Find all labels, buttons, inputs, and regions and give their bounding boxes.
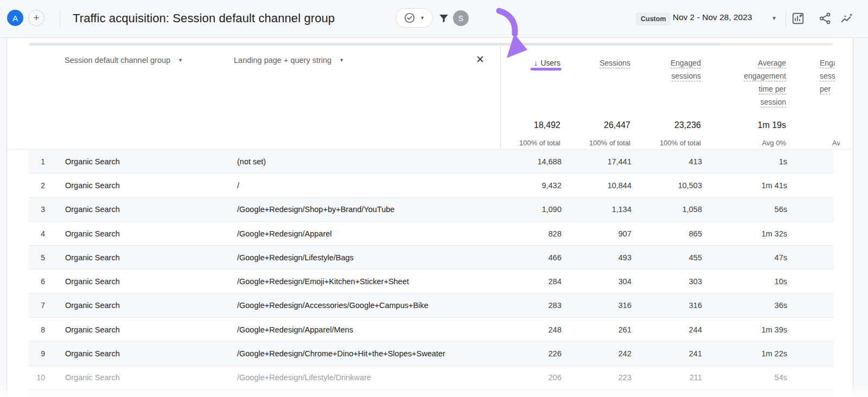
date-preset-badge: Custom xyxy=(636,12,671,25)
cell-sessions: 304 xyxy=(618,277,631,286)
cell-sessions: 17,441 xyxy=(608,157,631,166)
cell-engaged-sessions: 1,058 xyxy=(682,205,702,214)
cell-sessions: 261 xyxy=(618,325,631,334)
cell-sessions: 907 xyxy=(618,229,631,238)
cell-landing-page: /Google+Redesign/Emoji+Kitchen+Sticker+S… xyxy=(237,277,409,286)
cell-sessions: 1,134 xyxy=(612,205,631,214)
share-icon[interactable] xyxy=(818,11,832,28)
cell-engaged-sessions: 413 xyxy=(689,157,702,166)
cell-landing-page: /Google+Redesign/Lifestyle/Drinkware xyxy=(237,373,371,382)
cell-avg-engagement-time: 1s xyxy=(779,157,787,166)
cell-avg-engagement-time: 1m 22s xyxy=(761,349,787,358)
data-quality-pill[interactable]: ▼ xyxy=(395,8,433,28)
table-row[interactable]: 3 Organic Search /Google+Redesign/Shop+b… xyxy=(29,198,834,222)
totals-avg-engagement-time: 1m 19s Avg 0% xyxy=(758,119,786,147)
sampling-badge[interactable]: S xyxy=(453,10,469,26)
cell-engaged-sessions: 241 xyxy=(689,349,702,358)
partial-next-row xyxy=(29,390,834,397)
cell-channel-group: Organic Search xyxy=(65,373,120,382)
row-index: 10 xyxy=(29,373,45,382)
column-header-sessions[interactable]: Sessions xyxy=(599,56,630,69)
column-header-avg-engagement-time[interactable]: Average engagement time per session xyxy=(744,56,786,108)
row-index: 3 xyxy=(29,205,45,214)
cell-sessions: 223 xyxy=(618,373,631,382)
cell-users: 828 xyxy=(548,229,561,238)
table-row[interactable]: 10 Organic Search /Google+Redesign/Lifes… xyxy=(29,366,834,390)
check-circle-icon xyxy=(404,12,416,24)
cell-channel-group: Organic Search xyxy=(65,205,120,214)
cell-landing-page: /Google+Redesign/Lifestyle/Bags xyxy=(237,253,354,262)
totals-engaged-sessions: 23,236 100% of total xyxy=(660,119,701,147)
cell-avg-engagement-time: 47s xyxy=(775,253,787,262)
column-header-engaged-sessions-per-user[interactable]: Engaged sessions per xyxy=(820,56,835,95)
cell-landing-page: /Google+Redesign/Apparel/Mens xyxy=(237,325,353,334)
cell-users: 206 xyxy=(548,373,561,382)
cell-landing-page: / xyxy=(237,181,239,190)
close-icon[interactable]: ✕ xyxy=(476,54,484,65)
row-index: 1 xyxy=(29,157,45,166)
table-row[interactable]: 6 Organic Search /Google+Redesign/Emoji+… xyxy=(29,270,834,293)
table-row[interactable]: 5 Organic Search /Google+Redesign/Lifest… xyxy=(29,246,834,270)
cell-avg-engagement-time: 1m 39s xyxy=(761,325,787,334)
totals-clipped: Avg 0% xyxy=(832,139,840,147)
cell-landing-page: /Google+Redesign/Chrome+Dino+Hit+the+Slo… xyxy=(237,349,445,358)
cell-channel-group: Organic Search xyxy=(65,181,120,190)
table-row[interactable]: 7 Organic Search /Google+Redesign/Access… xyxy=(29,294,834,318)
table-row[interactable]: 4 Organic Search /Google+Redesign/Appare… xyxy=(29,222,834,246)
cell-channel-group: Organic Search xyxy=(65,253,120,262)
row-index: 2 xyxy=(29,181,45,190)
divider xyxy=(60,10,60,27)
row-index: 8 xyxy=(29,325,45,334)
cell-channel-group: Organic Search xyxy=(65,277,120,286)
cell-users: 283 xyxy=(548,301,561,310)
chevron-down-icon[interactable]: ▼ xyxy=(178,57,183,63)
account-avatar[interactable]: A xyxy=(7,10,23,26)
row-index: 5 xyxy=(29,253,45,262)
cell-engaged-sessions: 211 xyxy=(690,373,702,382)
column-header-engaged-sessions[interactable]: Engaged sessions xyxy=(671,56,701,82)
cell-engaged-sessions: 865 xyxy=(689,229,702,238)
cell-engaged-sessions: 244 xyxy=(689,325,702,334)
table-rows: 1 Organic Search (not set) 14,688 17,441… xyxy=(7,149,853,397)
cell-engaged-sessions: 455 xyxy=(689,253,702,262)
cell-landing-page: (not set) xyxy=(237,157,266,166)
cell-avg-engagement-time: 1m 32s xyxy=(761,229,787,238)
table-row[interactable]: 9 Organic Search /Google+Redesign/Chrome… xyxy=(29,342,834,366)
cell-users: 14,688 xyxy=(538,157,561,166)
row-index: 6 xyxy=(29,277,45,286)
cell-channel-group: Organic Search xyxy=(65,229,120,238)
table-row[interactable]: 2 Organic Search / 9,432 10,844 10,503 1… xyxy=(29,174,834,197)
cell-users: 284 xyxy=(548,277,561,286)
cell-landing-page: /Google+Redesign/Shop+by+Brand/YouTube xyxy=(237,205,394,214)
cell-landing-page: /Google+Redesign/Apparel xyxy=(237,229,332,238)
cell-avg-engagement-time: 54s xyxy=(775,373,787,382)
dimension-header-landing-page[interactable]: Landing page + query string ▼ xyxy=(234,56,344,65)
chevron-down-icon[interactable]: ▼ xyxy=(339,57,344,63)
cell-avg-engagement-time: 36s xyxy=(775,301,787,310)
row-index: 7 xyxy=(29,301,45,310)
date-range-selector[interactable]: Nov 2 - Nov 28, 2023 xyxy=(673,12,752,22)
cell-engaged-sessions: 316 xyxy=(689,301,702,310)
horizontal-scrollbar-thumb[interactable] xyxy=(29,43,720,46)
users-highlight-underline xyxy=(531,68,561,71)
customize-report-icon[interactable] xyxy=(791,11,805,28)
dimension-header-channel-group[interactable]: Session default channel group ▼ xyxy=(65,56,183,65)
cell-avg-engagement-time: 56s xyxy=(775,205,787,214)
horizontal-scrollbar[interactable] xyxy=(29,43,833,46)
table-row[interactable]: 8 Organic Search /Google+Redesign/Appare… xyxy=(29,318,834,342)
table-row[interactable]: 1 Organic Search (not set) 14,688 17,441… xyxy=(29,150,834,174)
totals-sessions: 26,447 100% of total xyxy=(589,119,630,147)
chevron-down-icon[interactable]: ▼ xyxy=(771,15,777,21)
cell-channel-group: Organic Search xyxy=(65,157,120,166)
cell-engaged-sessions: 303 xyxy=(689,277,702,286)
filter-icon[interactable] xyxy=(437,12,450,27)
report-table-card: Session default channel group ▼ Landing … xyxy=(7,38,853,397)
cell-avg-engagement-time: 1m 41s xyxy=(761,181,787,190)
cell-landing-page: /Google+Redesign/Accessories/Google+Camp… xyxy=(237,301,429,310)
cell-channel-group: Organic Search xyxy=(65,301,120,310)
add-comparison-button[interactable]: + xyxy=(28,10,44,26)
cell-engaged-sessions: 10,503 xyxy=(678,181,702,190)
cell-users: 226 xyxy=(548,349,561,358)
row-index: 9 xyxy=(29,349,45,358)
insights-icon[interactable] xyxy=(840,11,854,28)
